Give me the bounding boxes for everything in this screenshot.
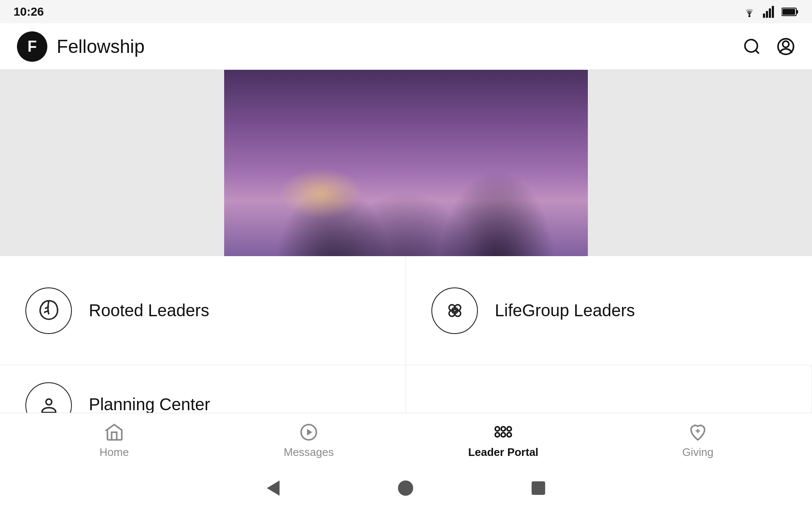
rooted-leaders-card[interactable]: Rooted Leaders (0, 256, 406, 365)
bottom-nav: Home Messages Leader Portal Giving (0, 413, 812, 468)
signal-icon (763, 6, 776, 18)
app-bar-left: F Fellowship (17, 31, 145, 62)
lifegroup-leaders-card[interactable]: LifeGroup Leaders (406, 256, 812, 365)
planning-center-card[interactable]: Planning Center (0, 365, 406, 420)
lifegroup-leaders-icon-circle (431, 287, 478, 334)
status-time: 10:26 (14, 5, 44, 19)
svg-point-26 (507, 433, 511, 437)
profile-icon[interactable] (776, 37, 795, 56)
system-nav (0, 468, 812, 508)
planning-center-label: Planning Center (89, 382, 210, 414)
rooted-leaders-label: Rooted Leaders (89, 301, 209, 320)
nav-giving-label: Giving (682, 446, 713, 459)
svg-rect-2 (766, 11, 768, 18)
app-logo[interactable]: F (17, 31, 47, 62)
nav-leader-portal-label: Leader Portal (468, 446, 538, 459)
svg-point-25 (501, 433, 505, 437)
hero-image-area (0, 70, 812, 256)
giving-icon (688, 422, 708, 442)
home-icon (104, 422, 124, 442)
nav-leader-portal[interactable]: Leader Portal (465, 422, 541, 459)
leaf-icon (37, 299, 60, 322)
svg-point-10 (783, 41, 789, 47)
card-4 (406, 365, 812, 420)
rooted-leaders-icon-circle (25, 287, 72, 334)
svg-rect-6 (796, 10, 798, 14)
search-icon[interactable] (743, 37, 761, 56)
svg-point-24 (495, 433, 499, 437)
hero-image (224, 70, 588, 256)
app-bar: F Fellowship (0, 23, 812, 70)
battery-icon (782, 7, 798, 17)
svg-rect-7 (782, 9, 795, 15)
svg-rect-3 (769, 8, 771, 18)
app-title: Fellowship (57, 36, 145, 57)
lifegroup-leaders-label: LifeGroup Leaders (495, 301, 635, 320)
svg-rect-4 (772, 6, 774, 18)
status-bar: 10:26 (0, 0, 812, 23)
home-button[interactable] (398, 480, 413, 496)
messages-icon (299, 422, 319, 442)
nav-messages[interactable]: Messages (271, 422, 347, 459)
leader-portal-icon (493, 422, 513, 442)
app-bar-right (743, 37, 795, 56)
recent-apps-button[interactable] (532, 481, 545, 495)
svg-point-18 (46, 399, 52, 405)
circles-icon (443, 299, 466, 322)
nav-giving[interactable]: Giving (660, 422, 736, 459)
nav-messages-label: Messages (284, 446, 334, 459)
nav-home[interactable]: Home (76, 422, 152, 459)
svg-point-21 (495, 427, 499, 431)
nav-home-label: Home (99, 446, 129, 459)
svg-marker-20 (307, 429, 312, 436)
svg-point-0 (749, 15, 751, 17)
svg-rect-1 (763, 14, 765, 18)
svg-point-23 (507, 427, 511, 431)
svg-point-22 (501, 427, 505, 431)
svg-point-8 (745, 39, 757, 52)
status-icons (742, 6, 798, 18)
back-button[interactable] (267, 480, 280, 496)
wifi-icon (742, 6, 757, 18)
